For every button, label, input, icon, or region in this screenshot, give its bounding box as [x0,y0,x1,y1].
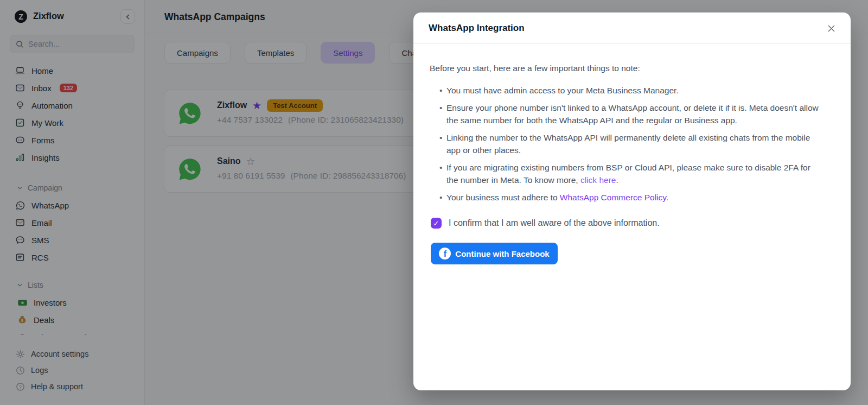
click-here-link[interactable]: click here [580,175,616,185]
note-item: You must have admin access to your Meta … [439,84,820,97]
note-item: Linking the number to the WhatsApp API w… [439,131,820,156]
note-item: Your business must adhere to WhatsApp Co… [439,191,820,204]
confirm-label: I confirm that I am well aware of the ab… [449,218,660,228]
whatsapp-commerce-policy-link[interactable]: WhatsApp Commerce Policy [560,193,666,202]
facebook-button-label: Continue with Facebook [455,249,549,258]
confirm-checkbox[interactable]: ✓ [431,218,442,229]
modal-intro: Before you start, here are a few importa… [430,62,820,74]
note-list: You must have admin access to your Meta … [430,84,820,204]
confirm-row: ✓ I confirm that I am well aware of the … [431,218,820,229]
facebook-icon: f [439,248,451,260]
note-item: If you are migrating existing numbers fr… [439,161,820,186]
note-item: Ensure your phone number isn't linked to… [439,102,820,126]
close-icon[interactable] [825,22,838,35]
whatsapp-integration-modal: WhatsApp Integration Before you start, h… [413,12,851,390]
modal-body: Before you start, here are a few importa… [413,44,851,264]
modal-title: WhatsApp Integration [429,23,525,34]
continue-with-facebook-button[interactable]: f Continue with Facebook [431,243,558,264]
modal-header: WhatsApp Integration [413,12,851,44]
